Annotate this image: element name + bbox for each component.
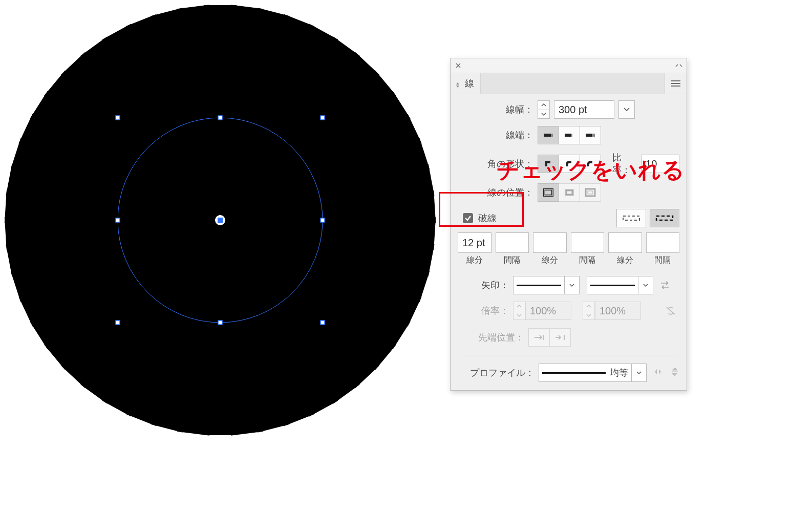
dash-input-1[interactable] — [496, 232, 529, 253]
row-cap: 線端： — [458, 126, 679, 144]
svg-rect-12 — [571, 134, 572, 137]
profile-combo[interactable]: 均等 — [539, 364, 647, 382]
chevron-down-icon[interactable] — [538, 110, 549, 119]
row-dashed: 破線 — [458, 209, 679, 227]
label-corner: 角の形状： — [458, 158, 538, 170]
svg-rect-21 — [623, 216, 639, 220]
row-profile: プロファイル： 均等 — [458, 364, 679, 382]
panel-menu-button[interactable] — [665, 73, 687, 94]
dash-col-5: 間隔 — [646, 255, 680, 266]
flip-vert-icon — [670, 366, 679, 380]
dash-align-corner-button[interactable] — [650, 209, 679, 227]
label-cap: 線端： — [458, 129, 538, 141]
svg-rect-9 — [544, 134, 551, 137]
svg-rect-2 — [320, 116, 325, 120]
swap-arrows-icon[interactable] — [658, 281, 672, 290]
align-outside-button[interactable] — [580, 183, 601, 202]
row-arrows: 矢印： — [458, 276, 679, 294]
panel-tabbar: 線 — [451, 73, 687, 94]
arrow-start-combo[interactable] — [513, 276, 580, 294]
tip-extend-button — [528, 328, 550, 347]
svg-rect-20 — [588, 191, 593, 194]
label-arrows: 矢印： — [458, 279, 513, 291]
svg-rect-10 — [551, 134, 553, 137]
svg-rect-14 — [592, 134, 595, 137]
tab-stroke[interactable]: 線 — [451, 73, 481, 94]
svg-rect-0 — [116, 116, 120, 120]
svg-rect-11 — [565, 134, 571, 137]
svg-rect-8 — [218, 218, 223, 223]
align-inside-button[interactable] — [559, 183, 580, 202]
align-center-button[interactable] — [538, 183, 559, 202]
stroke-width-input[interactable]: 300 pt — [554, 100, 614, 119]
cap-round-button[interactable] — [559, 126, 580, 144]
dash-input-5[interactable] — [646, 232, 680, 253]
scale-left-stepper — [513, 302, 525, 320]
dash-align-exact-button[interactable] — [616, 209, 646, 227]
chevron-down-icon — [631, 364, 646, 381]
row-tip: 先端位置： — [458, 328, 679, 347]
svg-rect-13 — [586, 134, 592, 137]
canvas-area[interactable] — [0, 0, 440, 440]
label-tip: 先端位置： — [458, 331, 528, 344]
dash-input-0[interactable]: 12 pt — [458, 232, 492, 253]
svg-rect-15 — [544, 189, 552, 196]
label-profile: プロファイル： — [458, 367, 539, 379]
tab-label: 線 — [465, 77, 474, 90]
svg-rect-5 — [218, 320, 222, 325]
dashed-checkbox[interactable] — [463, 213, 473, 223]
stroke-panel: 線 線幅： 300 pt 線端： — [450, 58, 687, 391]
dash-col-4: 線分 — [608, 255, 642, 266]
close-icon[interactable] — [455, 62, 462, 69]
svg-rect-3 — [320, 218, 325, 222]
arrow-end-combo[interactable] — [587, 276, 653, 294]
scale-right-input: 100% — [595, 302, 641, 320]
flip-horiz-icon — [653, 367, 663, 379]
cap-butt-button[interactable] — [538, 126, 559, 144]
chevron-up-icon[interactable] — [538, 101, 549, 110]
dash-col-3: 間隔 — [571, 255, 605, 266]
row-align: 線の位置： — [458, 183, 679, 202]
dash-input-2[interactable] — [533, 232, 567, 253]
dash-input-4[interactable] — [608, 232, 642, 253]
chevron-down-icon — [638, 276, 653, 294]
link-scale-icon — [662, 305, 679, 316]
svg-rect-19 — [586, 189, 595, 196]
row-stroke-width: 線幅： 300 pt — [458, 100, 679, 119]
dash-col-0: 線分 — [458, 255, 492, 266]
row-corner: 角の形状： 比率： 10 — [458, 152, 679, 176]
svg-rect-4 — [320, 320, 325, 325]
join-bevel-button[interactable] — [580, 155, 601, 173]
row-scale: 倍率： 100% 100% — [458, 302, 679, 320]
dash-inputs: 12 pt — [458, 232, 679, 253]
label-scale: 倍率： — [458, 305, 513, 317]
svg-rect-18 — [566, 190, 572, 195]
dash-input-3[interactable] — [571, 232, 605, 253]
dash-col-2: 線分 — [533, 255, 567, 266]
label-stroke-width: 線幅： — [458, 103, 538, 116]
label-align: 線の位置： — [458, 186, 538, 199]
svg-rect-22 — [656, 216, 673, 220]
join-round-button[interactable] — [559, 155, 580, 173]
sort-icon — [455, 80, 462, 87]
dash-col-labels: 線分 間隔 線分 間隔 線分 間隔 — [458, 255, 679, 266]
svg-rect-7 — [116, 218, 120, 222]
chevron-down-icon — [624, 108, 630, 112]
dash-col-1: 間隔 — [496, 255, 529, 266]
miter-ratio-input[interactable]: 10 — [641, 155, 679, 173]
check-icon — [464, 215, 472, 222]
profile-value: 均等 — [610, 367, 628, 379]
hamburger-icon — [671, 80, 681, 87]
panel-titlebar — [451, 58, 687, 73]
join-miter-button[interactable] — [538, 155, 559, 173]
tip-inside-button — [549, 328, 571, 347]
svg-rect-1 — [218, 116, 222, 120]
stroke-width-dropdown[interactable] — [618, 100, 635, 119]
divider — [458, 355, 679, 355]
scale-left-input: 100% — [525, 302, 571, 320]
tabbar-fill — [481, 73, 665, 94]
scale-right-stepper — [583, 302, 595, 320]
collapse-icon[interactable] — [675, 62, 682, 69]
cap-square-button[interactable] — [580, 126, 601, 144]
stroke-width-stepper[interactable] — [538, 100, 550, 119]
